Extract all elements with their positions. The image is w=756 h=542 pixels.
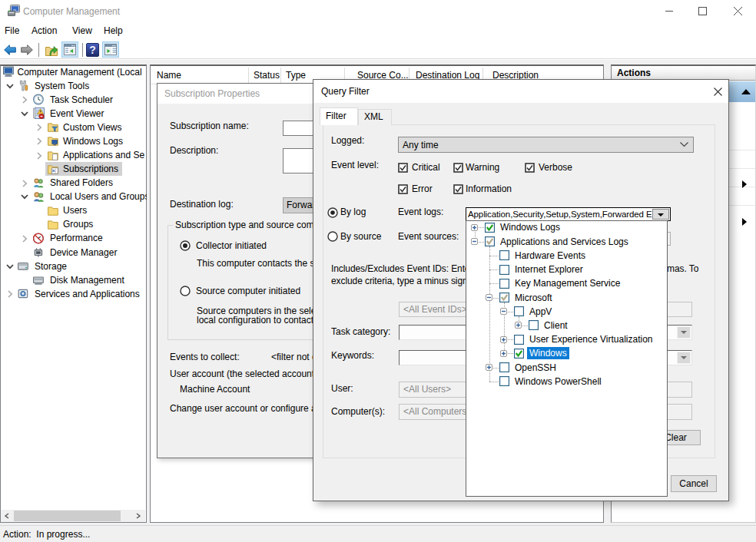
svg-text:?: ? — [89, 44, 96, 56]
